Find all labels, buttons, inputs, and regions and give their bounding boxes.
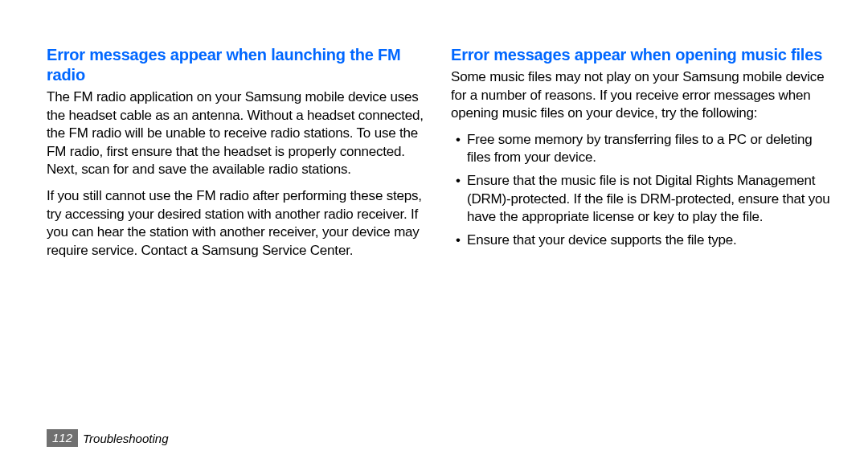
- manual-page: Error messages appear when launching the…: [0, 0, 868, 471]
- list-item: Ensure that your device supports the fil…: [451, 231, 834, 250]
- page-footer: 112 Troubleshooting: [47, 429, 834, 447]
- left-heading: Error messages appear when launching the…: [47, 45, 430, 85]
- left-paragraph-1: The FM radio application on your Samsung…: [47, 88, 430, 179]
- page-number: 112: [47, 429, 78, 447]
- right-intro: Some music files may not play on your Sa…: [451, 68, 834, 123]
- content-columns: Error messages appear when launching the…: [47, 45, 834, 268]
- footer-section-label: Troubleshooting: [83, 432, 168, 445]
- left-column: Error messages appear when launching the…: [47, 45, 430, 268]
- right-heading: Error messages appear when opening music…: [451, 45, 834, 65]
- right-column: Error messages appear when opening music…: [451, 45, 834, 268]
- left-paragraph-2: If you still cannot use the FM radio aft…: [47, 187, 430, 260]
- right-bullets: Free some memory by transferring files t…: [451, 131, 834, 250]
- list-item: Free some memory by transferring files t…: [451, 131, 834, 167]
- list-item: Ensure that the music file is not Digita…: [451, 172, 834, 227]
